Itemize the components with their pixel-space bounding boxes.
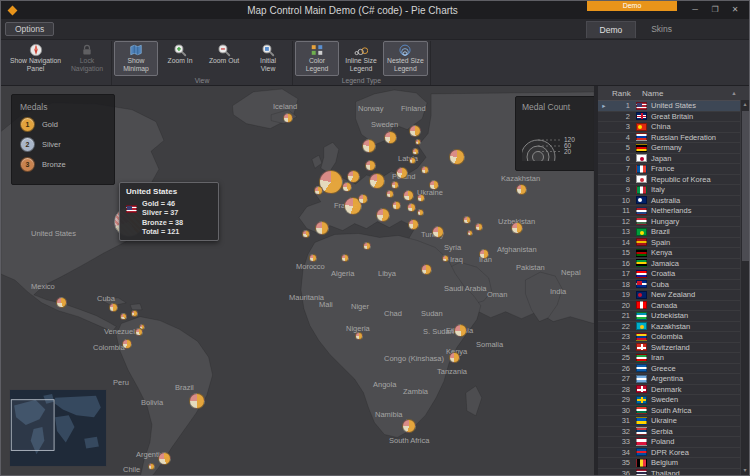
pie-marker[interactable] bbox=[319, 170, 343, 194]
table-row[interactable]: 8Republic of Korea bbox=[598, 175, 740, 186]
table-row[interactable]: 19New Zealand bbox=[598, 290, 740, 301]
zoom-out-button[interactable]: Zoom Out bbox=[202, 41, 246, 76]
table-row[interactable]: 29Sweden bbox=[598, 395, 740, 406]
pie-marker[interactable] bbox=[355, 332, 363, 340]
pie-marker[interactable] bbox=[415, 139, 421, 145]
pie-marker[interactable] bbox=[158, 452, 171, 465]
table-row[interactable]: 18Cuba bbox=[598, 280, 740, 291]
pie-marker[interactable] bbox=[122, 339, 132, 349]
pie-marker[interactable] bbox=[309, 254, 317, 262]
table-row[interactable]: 15Kenya bbox=[598, 248, 740, 259]
pie-marker[interactable] bbox=[120, 313, 127, 320]
table-row[interactable]: 26Greece bbox=[598, 364, 740, 375]
table-row[interactable]: 35Belgium bbox=[598, 458, 740, 469]
table-row[interactable]: 7France bbox=[598, 164, 740, 175]
table-row[interactable]: 2Great Britain bbox=[598, 112, 740, 123]
pie-marker[interactable] bbox=[376, 208, 390, 222]
tab-demo[interactable]: Demo bbox=[586, 21, 637, 38]
table-row[interactable]: 13Brazil bbox=[598, 227, 740, 238]
pie-marker[interactable] bbox=[421, 264, 432, 275]
table-row[interactable]: 5Germany bbox=[598, 143, 740, 154]
sort-icon[interactable]: ▲ bbox=[729, 90, 739, 96]
table-row[interactable]: 21Uzbekistan bbox=[598, 311, 740, 322]
lock-navigation-button[interactable]: Lock Navigation bbox=[65, 41, 109, 76]
pie-marker[interactable] bbox=[408, 219, 419, 230]
pie-marker[interactable] bbox=[56, 297, 67, 308]
pie-marker[interactable] bbox=[302, 230, 310, 238]
pie-marker[interactable] bbox=[283, 113, 293, 123]
table-scrollbar[interactable]: ▴ ▾ bbox=[740, 100, 749, 475]
table-row[interactable]: 28Denmark bbox=[598, 385, 740, 396]
column-header-rank[interactable]: Rank bbox=[610, 89, 638, 98]
pie-marker[interactable] bbox=[148, 463, 155, 470]
table-row[interactable]: 20Canada bbox=[598, 301, 740, 312]
table-row[interactable]: 14Spain bbox=[598, 238, 740, 249]
tab-skins[interactable]: Skins bbox=[638, 21, 685, 38]
pie-marker[interactable] bbox=[109, 303, 118, 312]
table-row[interactable]: 34DPR Korea bbox=[598, 448, 740, 459]
maximize-button[interactable]: ❐ bbox=[705, 2, 725, 18]
scroll-up-icon[interactable]: ▴ bbox=[743, 100, 746, 109]
table-row[interactable]: 16Jamaica bbox=[598, 259, 740, 270]
table-row[interactable]: 31Ukraine bbox=[598, 416, 740, 427]
pie-marker[interactable] bbox=[432, 226, 444, 238]
pie-marker[interactable] bbox=[396, 167, 408, 179]
table-row[interactable]: 4Russian Federation bbox=[598, 133, 740, 144]
pie-marker[interactable] bbox=[463, 216, 471, 224]
minimize-button[interactable]: ─ bbox=[685, 2, 705, 18]
pie-marker[interactable] bbox=[417, 209, 424, 216]
pie-marker[interactable] bbox=[475, 223, 483, 231]
table-row[interactable]: 3China bbox=[598, 122, 740, 133]
color-legend-button[interactable]: Color Legend bbox=[295, 41, 339, 76]
table-header[interactable]: Rank Name ▲ bbox=[598, 86, 749, 101]
pie-marker[interactable] bbox=[407, 203, 416, 212]
pie-marker[interactable] bbox=[421, 166, 429, 174]
table-row[interactable]: 33Poland bbox=[598, 437, 740, 448]
pie-marker[interactable] bbox=[412, 148, 419, 155]
show-navigation-panel-button[interactable]: Show Navigation Panel bbox=[6, 41, 65, 76]
pie-marker[interactable] bbox=[386, 190, 394, 198]
pie-marker[interactable] bbox=[409, 125, 421, 137]
pie-marker[interactable] bbox=[314, 186, 323, 195]
pie-marker[interactable] bbox=[384, 131, 397, 144]
table-row[interactable]: 6Japan bbox=[598, 154, 740, 165]
pie-marker[interactable] bbox=[131, 310, 138, 317]
pie-marker[interactable] bbox=[363, 242, 371, 250]
scroll-down-icon[interactable]: ▾ bbox=[743, 466, 746, 475]
pie-marker[interactable] bbox=[392, 201, 401, 210]
nested-size-legend-button[interactable]: Nested Size Legend bbox=[383, 41, 428, 76]
table-row[interactable]: 36Thailand bbox=[598, 469, 740, 476]
pie-marker[interactable] bbox=[362, 139, 376, 153]
pie-marker[interactable] bbox=[391, 181, 399, 189]
table-row[interactable]: 27Argentina bbox=[598, 374, 740, 385]
pie-marker[interactable] bbox=[358, 194, 368, 204]
pie-marker[interactable] bbox=[135, 328, 143, 336]
options-button[interactable]: Options bbox=[5, 22, 54, 36]
table-row[interactable]: 22Kazakhstan bbox=[598, 322, 740, 333]
pie-marker[interactable] bbox=[347, 170, 360, 183]
column-header-name[interactable]: Name bbox=[638, 89, 729, 98]
show-minimap-button[interactable]: Show Minimap bbox=[114, 41, 158, 76]
table-row[interactable]: 30South Africa bbox=[598, 406, 740, 417]
table-row[interactable]: 10Australia bbox=[598, 196, 740, 207]
scroll-thumb[interactable] bbox=[742, 111, 749, 261]
pie-marker[interactable] bbox=[365, 160, 376, 171]
table-row[interactable]: 23Colombia bbox=[598, 332, 740, 343]
minimap[interactable] bbox=[9, 389, 107, 467]
pie-marker[interactable] bbox=[315, 221, 329, 235]
pie-marker[interactable] bbox=[449, 149, 465, 165]
pie-marker[interactable] bbox=[369, 173, 385, 189]
pie-marker[interactable] bbox=[417, 194, 425, 202]
pie-marker[interactable] bbox=[516, 184, 527, 195]
pie-marker[interactable] bbox=[341, 254, 349, 262]
table-row[interactable]: 9Italy bbox=[598, 185, 740, 196]
pie-marker[interactable] bbox=[467, 230, 473, 236]
table-row[interactable]: 12Hungary bbox=[598, 217, 740, 228]
zoom-in-button[interactable]: Zoom In bbox=[158, 41, 202, 76]
pie-marker[interactable] bbox=[429, 180, 439, 190]
pie-marker[interactable] bbox=[189, 393, 205, 409]
pie-marker[interactable] bbox=[402, 419, 416, 433]
table-row[interactable]: 24Switzerland bbox=[598, 343, 740, 354]
table-row[interactable]: ▸1United States bbox=[598, 101, 740, 112]
inline-size-legend-button[interactable]: Inline Size Legend bbox=[339, 41, 383, 76]
